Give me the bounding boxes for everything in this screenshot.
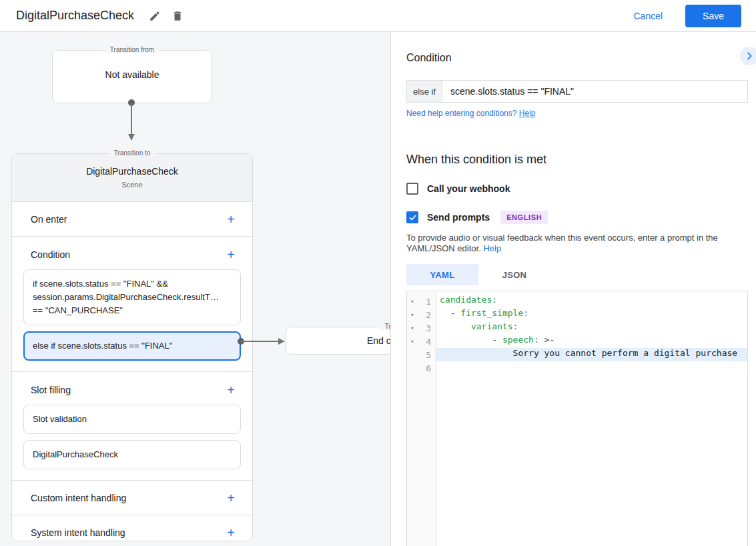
code-line[interactable]: [436, 361, 747, 375]
line-number: 3: [418, 323, 436, 333]
code-line[interactable]: Sorry you cannot perform a digital purch…: [436, 348, 747, 361]
add-slot-button[interactable]: +: [224, 382, 238, 398]
language-badge: ENGLISH: [500, 211, 548, 224]
condition-item-selected[interactable]: else if scene.slots.status == "FINAL": [23, 331, 241, 361]
condition-text: session.params.DigitalPurchaseCheck.resu…: [33, 291, 232, 304]
condition-text: == "CAN_PURCHASE": [33, 304, 232, 317]
pencil-icon: [149, 10, 161, 22]
line-number: 5: [418, 350, 436, 360]
on-enter-label: On enter: [31, 214, 67, 225]
add-custom-intent-button[interactable]: +: [224, 490, 238, 506]
page-title: DigitalPurchaseCheck: [16, 9, 134, 23]
condition-expression-input[interactable]: [442, 80, 748, 103]
condition-section: Condition + if scene.slots.status == "FI…: [12, 237, 252, 372]
condition-text: else if scene.slots.status == "FINAL": [33, 339, 232, 353]
condition-section-label: Condition: [31, 249, 70, 260]
line-number: 4: [418, 337, 436, 347]
condition-help-link[interactable]: Help: [519, 109, 536, 118]
slot-item-text: DigitalPurchaseCheck: [33, 448, 232, 461]
condition-help-line: Need help entering conditions? Help: [406, 109, 747, 118]
system-intent-label: System intent handling: [31, 527, 125, 538]
fold-toggle-icon[interactable]: ▾: [407, 298, 418, 305]
add-on-enter-button[interactable]: +: [224, 211, 238, 227]
slot-filling-label: Slot filling: [31, 385, 71, 395]
call-webhook-checkbox[interactable]: [406, 183, 418, 195]
transition-from-text: Not available: [53, 69, 212, 80]
prompt-hint-text: To provide audio or visual feedback when…: [406, 233, 718, 253]
check-icon: [408, 213, 417, 222]
collapse-panel-button[interactable]: [740, 47, 756, 65]
line-number: 2: [418, 310, 436, 320]
scene-card-title: DigitalPurchaseCheck: [12, 166, 252, 177]
send-prompts-row: Send prompts ENGLISH: [406, 211, 747, 224]
help-text: Need help entering conditions?: [406, 109, 516, 118]
condition-met-title: When this condition is met: [406, 153, 747, 167]
call-webhook-label: Call your webhook: [427, 183, 510, 194]
editor-code-area[interactable]: candidates: - first_simple: variants: - …: [436, 291, 747, 546]
send-prompts-checkbox[interactable]: [406, 211, 418, 223]
connector-horizontal: [237, 336, 287, 347]
editor-tabs: YAML JSON: [406, 264, 747, 285]
prompt-hint-help-link[interactable]: Help: [483, 243, 501, 253]
transition-to-label: Transition to: [109, 149, 155, 157]
save-button[interactable]: Save: [685, 5, 741, 27]
tab-yaml[interactable]: YAML: [406, 264, 478, 285]
custom-intent-row: Custom intent handling +: [12, 481, 252, 515]
scene-card-header: DigitalPurchaseCheck Scene: [12, 154, 252, 202]
system-intent-row: System intent handling +: [12, 515, 252, 546]
transition-from-label: Transition from: [105, 46, 159, 53]
slot-validation-item[interactable]: Slot validation: [23, 405, 241, 434]
trash-icon: [171, 10, 183, 22]
slot-item-text: Slot validation: [33, 413, 232, 426]
scene-card-subtitle: Scene: [12, 181, 252, 189]
scene-card: Transition to DigitalPurchaseCheck Scene…: [11, 153, 253, 541]
tab-json[interactable]: JSON: [478, 264, 550, 285]
yaml-code-editor[interactable]: ▾1▾2▾3▾456 candidates: - first_simple: v…: [406, 291, 748, 546]
top-bar: DigitalPurchaseCheck Cancel Save: [0, 0, 756, 32]
transition-from-node[interactable]: Transition from Not available: [52, 50, 212, 103]
edit-title-button[interactable]: [143, 5, 166, 27]
panel-title: Condition: [406, 52, 747, 64]
condition-detail-panel: Condition else if Need help entering con…: [390, 32, 756, 546]
webhook-row: Call your webhook: [406, 183, 747, 195]
line-number: 1: [418, 297, 436, 307]
line-number: 6: [418, 363, 436, 373]
chevron-right-icon: [744, 51, 755, 61]
on-enter-row: On enter +: [12, 202, 252, 237]
send-prompts-label: Send prompts: [427, 212, 490, 223]
condition-item[interactable]: if scene.slots.status == "FINAL" && sess…: [23, 269, 241, 325]
slot-filling-section: Slot filling + Slot validation DigitalPu…: [12, 372, 252, 481]
code-line[interactable]: - first_simple:: [436, 308, 747, 321]
fold-toggle-icon[interactable]: ▾: [407, 311, 418, 318]
editor-gutter: ▾1▾2▾3▾456: [407, 291, 436, 546]
code-line[interactable]: variants:: [436, 321, 747, 335]
cancel-button[interactable]: Cancel: [620, 5, 676, 27]
condition-prefix: else if: [406, 80, 442, 103]
delete-scene-button[interactable]: [166, 5, 189, 27]
condition-input-row: else if: [406, 80, 748, 103]
fold-toggle-icon[interactable]: ▾: [407, 338, 418, 345]
add-system-intent-button[interactable]: +: [224, 525, 238, 541]
code-line[interactable]: candidates:: [436, 295, 747, 308]
condition-text: if scene.slots.status == "FINAL" &&: [33, 277, 232, 291]
prompt-hint: To provide audio or visual feedback when…: [406, 233, 747, 254]
slot-item[interactable]: DigitalPurchaseCheck: [23, 440, 241, 469]
fold-toggle-icon[interactable]: ▾: [407, 325, 418, 331]
add-condition-button[interactable]: +: [224, 247, 238, 263]
custom-intent-label: Custom intent handling: [31, 493, 126, 503]
connector-vertical: [126, 99, 137, 143]
code-line[interactable]: - speech: >-: [436, 335, 747, 348]
